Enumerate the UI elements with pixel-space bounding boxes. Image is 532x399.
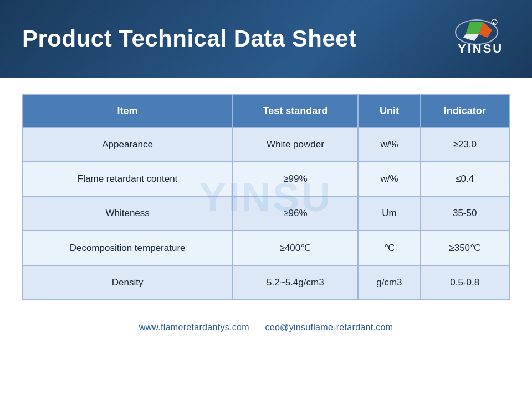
col-unit: Unit [358, 95, 420, 127]
col-item: Item [23, 95, 232, 127]
table-cell: ≥350℃ [420, 231, 509, 265]
table-row: Decomposition temperature≥400℃℃≥350℃ [23, 231, 509, 265]
yinsu-logo-icon: R YINSU [443, 17, 510, 61]
table-body: AppearanceWhite powderw/%≥23.0Flame reta… [23, 127, 509, 300]
table-header: Item Test standard Unit Indicator [23, 95, 509, 127]
table-cell: ≥99% [232, 162, 358, 196]
table-cell: ≥96% [232, 196, 358, 231]
footer-email: ceo@yinsuflame-retardant.com [265, 323, 393, 332]
table-cell: ≥23.0 [420, 127, 509, 162]
table-cell: ℃ [358, 231, 420, 265]
svg-text:YINSU: YINSU [458, 42, 503, 55]
table-cell: w/% [358, 162, 420, 196]
svg-text:R: R [493, 21, 496, 25]
table-cell: White powder [232, 127, 358, 162]
page-footer: www.flameretardantys.com ceo@yinsuflame-… [0, 323, 532, 332]
table-cell: 0.5-0.8 [420, 265, 509, 300]
data-table: Item Test standard Unit Indicator Appear… [22, 94, 510, 300]
table-cell: 35-50 [420, 196, 509, 231]
page-header: Product Technical Data Sheet R YINSU [0, 0, 532, 78]
table-row: Whiteness≥96%Um35-50 [23, 196, 509, 231]
col-test-standard: Test standard [232, 95, 358, 127]
page-title: Product Technical Data Sheet [22, 25, 357, 52]
table-cell: Um [358, 196, 420, 231]
table-cell: w/% [358, 127, 420, 162]
table-cell: Appearance [23, 127, 232, 162]
table-cell: Decomposition temperature [23, 231, 232, 265]
table-cell: ≤0.4 [420, 162, 509, 196]
svg-marker-3 [463, 34, 479, 41]
footer-website: www.flameretardantys.com [139, 323, 249, 332]
table-row: Density5.2~5.4g/cm3g/cm30.5-0.8 [23, 265, 509, 300]
table-cell: Whiteness [23, 196, 232, 231]
table-container: YINSU Item Test standard Unit Indicator … [0, 78, 532, 311]
logo-area: R YINSU [443, 17, 510, 61]
table-row: AppearanceWhite powderw/%≥23.0 [23, 127, 509, 162]
table-cell: Density [23, 265, 232, 300]
table-cell: 5.2~5.4g/cm3 [232, 265, 358, 300]
col-indicator: Indicator [420, 95, 509, 127]
table-cell: Flame retardant content [23, 162, 232, 196]
table-header-row: Item Test standard Unit Indicator [23, 95, 509, 127]
table-wrapper: YINSU Item Test standard Unit Indicator … [22, 94, 510, 300]
table-row: Flame retardant content≥99%w/%≤0.4 [23, 162, 509, 196]
table-cell: ≥400℃ [232, 231, 358, 265]
table-cell: g/cm3 [358, 265, 420, 300]
